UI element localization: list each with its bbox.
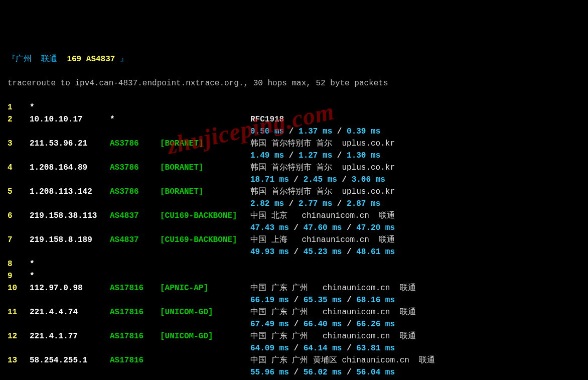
hop-geo: [250, 101, 580, 113]
hop-row: 11221.4.4.74AS17816[UNICOM-GD]中国 广东 广州 c…: [8, 306, 580, 318]
latency-separator: /: [332, 151, 347, 160]
hop-row: 8*: [8, 258, 580, 270]
hop-asname: [160, 101, 250, 113]
hop-ip: 221.4.4.74: [30, 306, 110, 318]
hop-row: 51.208.113.142AS3786[BORANET]韩国 首尔特别市 首尔…: [8, 186, 580, 198]
hop-row: 3211.53.96.21AS3786[BORANET]韩国 首尔特别市 首尔 …: [8, 138, 580, 150]
hop-geo: 中国 广东 广州 chinaunicom.cn 联通: [250, 330, 580, 342]
hop-geo: 中国 广东 广州 黄埔区 chinaunicom.cn 联通: [250, 354, 580, 366]
hop-geo: 韩国 首尔特别市 首尔 uplus.co.kr: [250, 162, 580, 174]
latency-separator: /: [289, 344, 304, 353]
latency-separator: /: [342, 344, 356, 353]
hop-asname: [CU169-BACKBONE]: [160, 234, 250, 246]
hop-asn: [110, 258, 160, 270]
hop-number: 4: [8, 162, 30, 174]
hop-number: 13: [8, 354, 30, 366]
hop-row: 7219.158.8.189AS4837[CU169-BACKBONE]中国 上…: [8, 234, 580, 246]
hop-number: 6: [8, 210, 30, 222]
hop-asname: [UNICOM-GD]: [160, 306, 250, 318]
hop-ip: 219.158.38.113: [30, 210, 110, 222]
hop-latency-row: 18.71 ms / 2.45 ms / 3.06 ms: [8, 174, 580, 186]
latency-value: 18.71 ms: [250, 175, 289, 184]
hop-asname: [160, 258, 250, 270]
hop-asn: AS17816: [110, 306, 160, 318]
latency-value: 47.20 ms: [356, 223, 395, 232]
latency-separator: /: [289, 247, 304, 257]
latency-separator: /: [342, 223, 356, 232]
hop-asn: AS17816: [110, 330, 160, 342]
hop-number: 3: [8, 138, 30, 150]
hop-geo: 中国 上海 chinaunicom.cn 联通: [250, 234, 580, 246]
hop-number: 11: [8, 306, 30, 318]
header-asn: 169 AS4837: [67, 55, 115, 64]
latency-value: 68.16 ms: [356, 296, 395, 305]
hop-asn: [110, 270, 160, 282]
hop-ip: 10.10.10.17: [30, 113, 110, 125]
latency-value: 1.49 ms: [250, 151, 284, 160]
hop-asname: [160, 354, 250, 366]
hop-latency: 66.19 ms / 65.35 ms / 68.16 ms: [8, 294, 395, 306]
hop-latency-row: 0.50 ms / 1.37 ms / 0.39 ms: [8, 125, 580, 138]
latency-value: 56.02 ms: [304, 368, 342, 377]
latency-separator: /: [289, 368, 304, 377]
latency-separator: /: [342, 368, 356, 377]
hop-latency: 55.96 ms / 56.02 ms / 56.04 ms: [8, 366, 395, 378]
hop-ip: 219.158.8.189: [30, 234, 110, 246]
latency-separator: /: [337, 175, 352, 184]
latency-separator: /: [289, 320, 304, 329]
latency-separator: /: [289, 223, 304, 232]
latency-value: 66.19 ms: [250, 296, 289, 305]
header-city: 广州: [16, 55, 32, 64]
hop-asn: AS4837: [110, 234, 160, 246]
hop-asn: AS3786: [110, 186, 160, 198]
hop-asname: [160, 270, 250, 282]
latency-value: 67.49 ms: [250, 320, 289, 329]
hop-number: 1: [8, 101, 30, 113]
hop-latency: 47.43 ms / 47.60 ms / 47.20 ms: [8, 222, 395, 234]
hop-row: 41.208.164.89AS3786[BORANET]韩国 首尔特别市 首尔 …: [8, 162, 580, 174]
hop-number: 10: [8, 282, 30, 294]
header-suffix: 』: [115, 55, 128, 64]
hop-ip: *: [30, 258, 110, 270]
hop-ip: 112.97.0.98: [30, 282, 110, 294]
hop-number: 2: [8, 113, 30, 125]
latency-separator: /: [332, 199, 347, 208]
traceroute-command: traceroute to ipv4.can-4837.endpoint.nxt…: [8, 77, 580, 89]
hop-latency-row: 67.49 ms / 66.40 ms / 66.26 ms: [8, 318, 580, 330]
hop-number: 9: [8, 270, 30, 282]
hop-asname: [BORANET]: [160, 162, 250, 174]
latency-value: 63.81 ms: [356, 344, 395, 353]
latency-value: 48.61 ms: [356, 247, 395, 257]
hop-number: 8: [8, 258, 30, 270]
latency-value: 2.87 ms: [347, 199, 380, 208]
latency-separator: /: [332, 127, 347, 136]
latency-value: 65.35 ms: [304, 296, 342, 305]
hop-latency-row: 66.19 ms / 65.35 ms / 68.16 ms: [8, 294, 580, 306]
latency-value: 47.43 ms: [250, 223, 289, 232]
latency-value: 1.30 ms: [347, 151, 380, 160]
hop-asn: AS3786: [110, 162, 160, 174]
header-carrier: 联通: [41, 55, 57, 64]
latency-value: 0.39 ms: [347, 127, 380, 136]
hop-number: 12: [8, 330, 30, 342]
hop-asn: *: [110, 113, 160, 125]
hop-latency-row: 2.82 ms / 2.77 ms / 2.87 ms: [8, 198, 580, 210]
hop-row: 210.10.10.17*RFC1918: [8, 113, 580, 125]
header-prefix: 『: [8, 55, 16, 64]
hop-ip: *: [30, 270, 110, 282]
hop-asname: [UNICOM-GD]: [160, 330, 250, 342]
hop-asn: AS3786: [110, 138, 160, 150]
hop-row: 9*: [8, 270, 580, 282]
hop-row: 10112.97.0.98AS17816[APNIC-AP]中国 广东 广州 c…: [8, 282, 580, 294]
latency-value: 2.77 ms: [299, 199, 332, 208]
hop-geo: RFC1918: [250, 113, 580, 125]
latency-value: 2.45 ms: [304, 175, 337, 184]
hop-latency-row: 64.09 ms / 64.14 ms / 63.81 ms: [8, 342, 580, 354]
hop-asn: AS17816: [110, 282, 160, 294]
hop-asname: [BORANET]: [160, 186, 250, 198]
latency-value: 49.93 ms: [250, 247, 289, 257]
latency-value: 66.40 ms: [304, 320, 342, 329]
hop-geo: 韩国 首尔特别市 首尔 uplus.co.kr: [250, 186, 580, 198]
hop-latency: 67.49 ms / 66.40 ms / 66.26 ms: [8, 318, 395, 330]
hop-latency: 64.09 ms / 64.14 ms / 63.81 ms: [8, 342, 395, 354]
